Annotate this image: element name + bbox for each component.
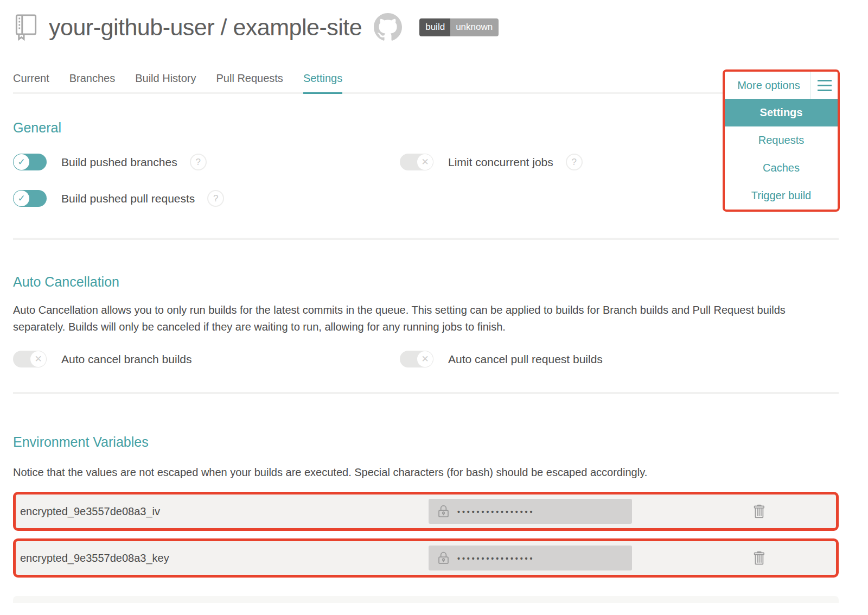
tab-settings[interactable]: Settings bbox=[303, 72, 342, 94]
auto-cancel-pull-request-builds-toggle[interactable]: ✕ bbox=[400, 351, 433, 367]
auto-cancellation-description: Auto Cancellation allows you to only run… bbox=[13, 302, 802, 335]
env-vars-notice: Notice that the values are not escaped w… bbox=[13, 464, 839, 481]
page-title: your-github-user / example-site bbox=[49, 14, 362, 41]
toggle-label: Build pushed branches bbox=[61, 156, 177, 169]
masked-value: •••••••••••••••• bbox=[457, 506, 534, 516]
env-var-row: encrypted_9e3557de08a3_iv ••••••••••••••… bbox=[13, 492, 839, 531]
auto-cancel-branch-builds-toggle[interactable]: ✕ bbox=[13, 351, 47, 367]
lock-icon bbox=[436, 550, 451, 566]
help-icon[interactable]: ? bbox=[566, 154, 583, 170]
next-env-row-hint bbox=[13, 596, 839, 603]
general-toggle-row-2: ✓ Build pushed pull requests ? bbox=[13, 190, 839, 207]
delete-env-var-button[interactable] bbox=[753, 550, 768, 566]
toggle-label: Auto cancel pull request builds bbox=[448, 353, 603, 366]
general-heading: General bbox=[13, 120, 839, 136]
toggle-label: Build pushed pull requests bbox=[61, 192, 195, 205]
repo-tabs: Current Branches Build History Pull Requ… bbox=[13, 72, 839, 94]
menu-item-caches[interactable]: Caches bbox=[725, 154, 838, 182]
help-icon[interactable]: ? bbox=[190, 154, 207, 170]
env-var-name-field[interactable]: encrypted_9e3557de08a3_key bbox=[20, 552, 429, 565]
build-status-badge[interactable]: build unknown bbox=[419, 18, 499, 36]
toggle-label: Auto cancel branch builds bbox=[61, 353, 192, 366]
cross-icon: ✕ bbox=[34, 354, 42, 364]
env-var-row: encrypted_9e3557de08a3_key •••••••••••••… bbox=[13, 538, 839, 578]
env-var-value-field[interactable]: •••••••••••••••• bbox=[429, 546, 632, 570]
section-divider bbox=[13, 392, 839, 394]
repo-header: your-github-user / example-site build un… bbox=[13, 0, 839, 43]
more-options-panel: More options Settings Requests Caches Tr… bbox=[723, 69, 840, 212]
settings-page: your-github-user / example-site build un… bbox=[0, 0, 868, 615]
check-icon: ✓ bbox=[17, 194, 25, 203]
build-pushed-branches-toggle[interactable]: ✓ bbox=[13, 154, 47, 170]
environment-variables-heading: Environment Variables bbox=[13, 434, 839, 450]
github-icon[interactable] bbox=[374, 13, 402, 41]
lock-icon bbox=[436, 504, 451, 519]
tab-branches[interactable]: Branches bbox=[69, 72, 116, 92]
limit-concurrent-jobs-toggle[interactable]: ✕ bbox=[400, 154, 433, 170]
cross-icon: ✕ bbox=[421, 157, 429, 167]
delete-env-var-button[interactable] bbox=[753, 503, 768, 519]
menu-item-requests[interactable]: Requests bbox=[725, 126, 838, 154]
more-options-button[interactable]: More options bbox=[725, 79, 810, 92]
repo-book-icon bbox=[13, 13, 39, 41]
env-var-value-field[interactable]: •••••••••••••••• bbox=[429, 499, 632, 524]
menu-item-settings[interactable]: Settings bbox=[725, 99, 838, 126]
env-var-name-field[interactable]: encrypted_9e3557de08a3_iv bbox=[20, 505, 429, 518]
masked-value: •••••••••••••••• bbox=[457, 553, 534, 563]
tab-pull-requests[interactable]: Pull Requests bbox=[216, 72, 283, 92]
general-toggle-row-1: ✓ Build pushed branches ? ✕ Limit concur… bbox=[13, 154, 839, 170]
section-divider bbox=[13, 238, 839, 240]
help-icon[interactable]: ? bbox=[207, 190, 224, 207]
badge-label: build bbox=[419, 18, 450, 36]
tab-current[interactable]: Current bbox=[13, 72, 49, 92]
cross-icon: ✕ bbox=[421, 354, 429, 364]
toggle-label: Limit concurrent jobs bbox=[448, 156, 553, 169]
build-pushed-pull-requests-toggle[interactable]: ✓ bbox=[13, 190, 47, 207]
more-options-header: More options bbox=[725, 72, 838, 99]
menu-item-trigger-build[interactable]: Trigger build bbox=[725, 182, 838, 210]
hamburger-menu-icon[interactable] bbox=[811, 80, 838, 91]
tab-build-history[interactable]: Build History bbox=[135, 72, 196, 92]
auto-cancellation-heading: Auto Cancellation bbox=[13, 274, 839, 290]
auto-cancellation-toggle-row: ✕ Auto cancel branch builds ✕ Auto cance… bbox=[13, 351, 839, 367]
check-icon: ✓ bbox=[17, 157, 25, 167]
badge-status: unknown bbox=[450, 18, 499, 36]
